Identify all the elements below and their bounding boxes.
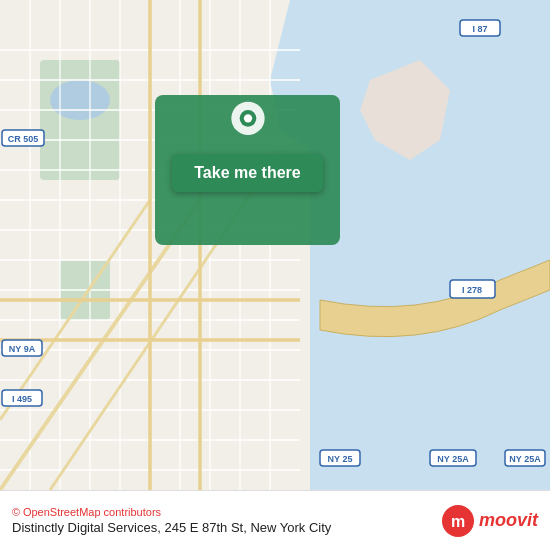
svg-text:I 495: I 495	[12, 394, 32, 404]
osm-text: OpenStreetMap contributors	[23, 506, 161, 518]
bottom-bar: © OpenStreetMap contributors Distinctly …	[0, 490, 550, 550]
button-overlay: Take me there	[155, 100, 340, 192]
svg-text:I 278: I 278	[462, 285, 482, 295]
svg-text:I 87: I 87	[472, 24, 487, 34]
svg-point-60	[243, 114, 251, 122]
location-pin-icon	[223, 100, 273, 150]
svg-text:CR 505: CR 505	[8, 134, 39, 144]
map-svg: I 278 I 87 NY 9A I 495 CR 505 NY 25 NY 2…	[0, 0, 550, 490]
moovit-logo: m moovit	[441, 504, 538, 538]
osm-credit: © OpenStreetMap contributors	[12, 506, 331, 518]
svg-text:NY 25A: NY 25A	[437, 454, 469, 464]
address-text: Distinctly Digital Services, 245 E 87th …	[12, 520, 331, 535]
copyright-icon: ©	[12, 506, 20, 518]
svg-text:m: m	[451, 513, 465, 530]
svg-point-9	[50, 80, 110, 120]
moovit-wordmark: moovit	[479, 510, 538, 531]
svg-text:NY 25: NY 25	[328, 454, 353, 464]
take-me-there-button[interactable]: Take me there	[172, 154, 322, 192]
moovit-icon: m	[441, 504, 475, 538]
map-container: I 278 I 87 NY 9A I 495 CR 505 NY 25 NY 2…	[0, 0, 550, 490]
svg-text:NY 25A: NY 25A	[509, 454, 541, 464]
bottom-info: © OpenStreetMap contributors Distinctly …	[12, 506, 331, 535]
svg-text:NY 9A: NY 9A	[9, 344, 36, 354]
